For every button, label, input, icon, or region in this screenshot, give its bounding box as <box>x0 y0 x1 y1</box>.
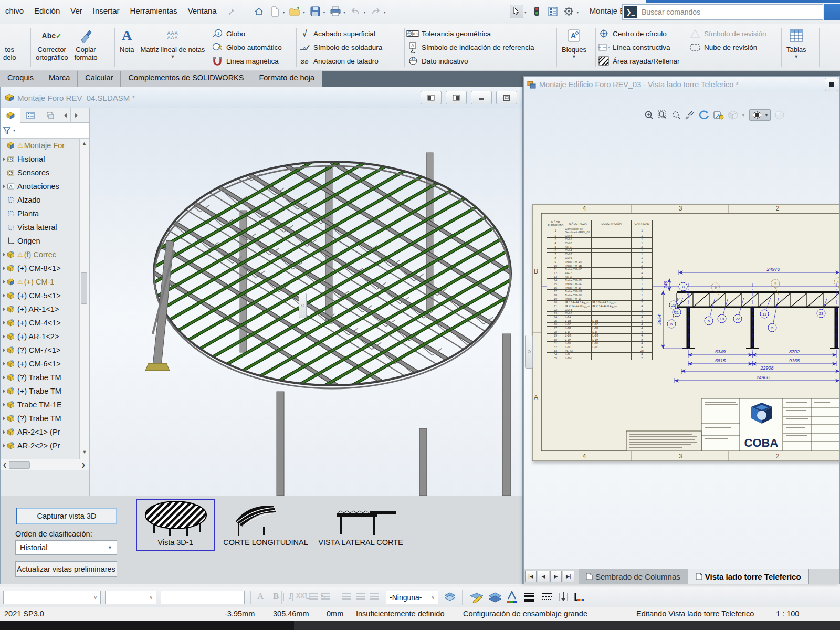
edit-appearance-icon[interactable] <box>774 110 785 120</box>
open-caret-icon[interactable]: ▾ <box>303 10 305 15</box>
panel-tab-right-arrow-icon[interactable] <box>71 108 81 123</box>
zoom-area-icon[interactable] <box>657 110 668 120</box>
tile-right-button[interactable] <box>446 91 467 104</box>
font-color-button[interactable]: A <box>257 591 264 602</box>
line-format-pencil-icon[interactable] <box>470 592 484 603</box>
tree-item-ar-1-2[interactable]: (+) AR-1<2> <box>1 330 79 343</box>
tile-left-button[interactable] <box>421 91 442 104</box>
bom-row[interactable]: 29L-1GL-1G4 <box>547 334 653 338</box>
bom-row[interactable]: 32L-1DL-1D4 <box>547 345 653 349</box>
scroll-right-icon[interactable]: ❯ <box>78 462 89 468</box>
tree-filter-box[interactable]: ▾ <box>1 123 89 139</box>
tree-scrollbar-thumb[interactable] <box>81 272 87 304</box>
tree-root-assembly[interactable]: ⚠Montaje For <box>1 139 79 152</box>
view-thumbnail-corte-longitudinal[interactable]: CORTE LONGITUDINAL <box>221 501 310 552</box>
report-icon[interactable] <box>546 5 560 18</box>
scroll-up-icon[interactable]: ▲ <box>80 141 89 146</box>
tree-item-trabe-tm[interactable]: (+) Trabe TM <box>1 384 79 398</box>
tab-croquis[interactable]: Croquis <box>0 71 41 87</box>
hide-show-items-button[interactable]: ▼ <box>749 109 771 121</box>
tree-item-trabe-tm[interactable]: (?) Trabe TM <box>1 412 79 425</box>
bom-row[interactable]: 8CM-61 <box>547 256 653 260</box>
bom-row[interactable]: 16Trabe TM-1F1 <box>547 286 653 289</box>
display-style-icon[interactable] <box>728 110 738 120</box>
save-caret-icon[interactable]: ▾ <box>323 10 325 15</box>
last-sheet-icon[interactable]: ▶| <box>563 571 574 582</box>
tab-configuration-manager[interactable] <box>40 108 60 123</box>
tree-item-alzado[interactable]: Alzado <box>1 193 79 207</box>
layers-icon[interactable] <box>488 592 502 603</box>
bom-row[interactable]: 4CM-51 <box>547 242 653 245</box>
bom-row[interactable]: 14Trabe TM-1D1 <box>547 278 653 282</box>
save-icon[interactable] <box>308 5 322 18</box>
note-button[interactable]: ANota <box>117 24 137 54</box>
print-icon[interactable] <box>329 5 342 18</box>
pane-splitter-handle[interactable] <box>299 293 307 318</box>
tree-item-planta[interactable]: Planta <box>1 207 79 220</box>
tab-formato-de-hoja[interactable]: Formato de hoja <box>251 71 322 87</box>
view-thumbnail-vista-lateral-corte[interactable]: VISTA LATERAL CORTE <box>314 501 407 552</box>
fit-text-icon[interactable] <box>284 593 293 601</box>
tab-feature-tree[interactable] <box>1 108 20 123</box>
section-view-icon[interactable] <box>685 110 695 120</box>
bom-row[interactable]: 3CM-11 <box>547 238 653 242</box>
layer-select[interactable]: -Ninguna-∨ <box>386 591 438 604</box>
tree-item-f-correc[interactable]: ⚠(f) Correc <box>1 248 79 261</box>
drawing-sheet[interactable]: 443322BA 2497074959546349870268159168229… <box>532 204 839 461</box>
center-mark-button[interactable]: Centro de círculo <box>597 27 680 40</box>
interference-light-icon[interactable] <box>530 5 543 18</box>
line-thickness-icon[interactable] <box>523 592 536 602</box>
font-size-combo[interactable]: ∨ <box>105 591 156 604</box>
align-left-icon[interactable] <box>342 593 351 601</box>
tree-item-trabe-tm-1e[interactable]: Trabe TM-1E <box>1 398 79 412</box>
tab-marca[interactable]: Marca <box>41 71 78 87</box>
align-center-icon[interactable] <box>356 593 365 601</box>
bom-row[interactable]: 27L-1EL-1E4 <box>547 327 653 330</box>
maximize-button[interactable] <box>496 91 517 104</box>
bom-row[interactable]: 2CM-81 <box>547 234 653 238</box>
hscroll-thumb[interactable] <box>9 461 30 469</box>
tree-item-ar-2-2-pr[interactable]: AR-2<2> (Pr <box>1 439 79 453</box>
surface-finish-button[interactable]: √Acabado superficial <box>298 27 382 40</box>
menu-ver[interactable]: Ver <box>65 0 88 15</box>
revision-symbol-button[interactable]: Símbolo de revisión <box>689 27 766 40</box>
sheet-tab-vista-lado-torre-teleferico[interactable]: Vista lado torre Teleferico <box>688 569 809 584</box>
sheet-properties-icon[interactable] <box>713 110 724 120</box>
line-style-icon[interactable] <box>541 592 553 602</box>
select-caret-icon[interactable]: ▾ <box>524 10 527 15</box>
first-sheet-icon[interactable]: |◀ <box>525 571 537 582</box>
bom-row[interactable]: 11Trabe TM-1C2 <box>547 267 653 271</box>
options-gear-icon[interactable] <box>562 5 575 18</box>
pin-icon[interactable] <box>224 5 238 18</box>
bom-row[interactable]: 15Trabe TM-1E1 <box>547 282 653 286</box>
tree-item-ar-1-1[interactable]: (+) AR-1<1> <box>1 302 79 316</box>
scroll-down-icon[interactable]: ▼ <box>80 449 89 455</box>
select-cursor-icon[interactable] <box>510 5 523 18</box>
bom-row[interactable]: 7CM-71 <box>547 253 653 256</box>
line-color-icon[interactable] <box>506 591 518 604</box>
font-family-combo[interactable]: ∨ <box>3 591 101 604</box>
bom-row[interactable]: 25L-1BL-1B4 <box>547 319 653 323</box>
note-pattern-button[interactable]: AAAAAAMatriz lineal de notas▼ <box>137 24 208 59</box>
bom-row[interactable]: 19Trabe TM-1I1 <box>547 297 653 300</box>
bom-row[interactable]: 5AR-12 <box>547 245 653 249</box>
bom-row[interactable]: 1Corrección de Sembrado REV_011 <box>547 227 653 234</box>
bom-row[interactable]: 30L-1HL-1H8 <box>547 338 653 341</box>
tree-item-ar-2-1-pr[interactable]: AR-2<1> (Pr <box>1 425 79 439</box>
bom-table[interactable]: N.º DE ELEMENTON.º DE PIEZADESCRIPCIÓNCA… <box>547 220 653 360</box>
graphics-viewport-3d[interactable] <box>90 108 522 496</box>
tree-item-origen[interactable]: Origen <box>1 234 79 248</box>
tree-item-cm-7-1[interactable]: (?) CM-7<1> <box>1 343 79 357</box>
capture-3d-view-button[interactable]: Capturar vista 3D <box>16 508 117 524</box>
bom-row[interactable]: 23CM-21 <box>547 312 653 316</box>
stacked-text-icon[interactable]: XX <box>296 592 304 600</box>
assembly-window-titlebar[interactable]: Montaje Foro REV_04.SLDASM * <box>1 87 522 108</box>
rotate-view-icon[interactable] <box>698 110 710 120</box>
bom-row[interactable]: 24L-1A4 <box>547 316 653 319</box>
weld-symbol-button[interactable]: Símbolo de soldadura <box>298 40 382 54</box>
magnetic-line-button[interactable]: Línea magnética <box>211 54 282 68</box>
bom-row[interactable]: 6CM-41 <box>547 249 653 253</box>
layer-properties-icon[interactable] <box>444 592 456 602</box>
datum-target-button[interactable]: A1Dato indicativo <box>406 54 534 68</box>
tree-item-historial[interactable]: Historial <box>1 152 79 166</box>
